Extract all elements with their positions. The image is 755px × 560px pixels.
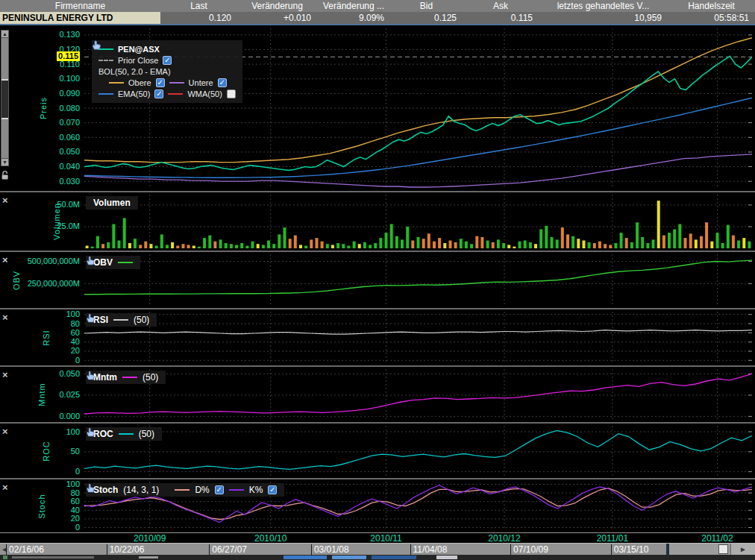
close-rsi-panel-icon[interactable] [2,313,11,322]
col-bid[interactable]: Bid [390,0,463,12]
roc-legend-title[interactable]: ROC [93,429,113,439]
bollinger-label[interactable]: BOL(50, 2.0 - EMA) [98,67,171,76]
prior-close-checkbox[interactable] [163,56,172,65]
col-firmenname[interactable]: Firmenname [0,0,160,12]
scrollbar-thumb-handle[interactable] [718,544,728,554]
col-veraenderung[interactable]: Veränderung [237,0,317,12]
prior-close-label[interactable]: Prior Close [118,56,158,65]
lower-band-checkbox[interactable] [218,78,227,87]
momentum-gutter: Mntm 0.0500.0250.000 [0,367,84,422]
y-tick-label: 0.050 [59,147,80,157]
hand-cursor-icon[interactable] [86,256,95,265]
wma-swatch [168,93,183,95]
close-volume-panel-icon[interactable] [2,196,11,205]
upper-band-checkbox[interactable] [156,78,165,87]
y-tick-label: 25.0M [57,221,80,231]
upper-band-label[interactable]: Obere [128,78,151,87]
scrollbar-date: 03/15/10 [611,544,649,555]
col-last[interactable]: Last [160,0,237,12]
y-tick-label: 0 [75,467,80,476]
scroll-down-icon[interactable] [1,158,8,166]
vertical-scrollbar[interactable] [1,30,9,166]
price-legend: PEN@ASX Prior Close BOL(50, 2.0 - EMA) [92,40,242,103]
momentum-legend-title[interactable]: Mntm [93,372,117,383]
col-veraenderung-pct[interactable]: Veränderung ... [317,0,390,12]
col-last-volume[interactable]: letztes gehandeltes V... [539,0,668,12]
scrollbar-date: 06/27/07 [209,544,247,555]
price-gutter: Preis 0.1300.1200.1100.1000.0900.0800.07… [0,25,84,191]
stoch-d-checkbox[interactable] [215,485,224,494]
hand-cursor-icon[interactable] [86,313,95,323]
stochastics-legend: Stoch (14, 3, 1) D% K% [86,483,284,497]
y-tick-label: 50.0M [57,200,80,210]
ema-swatch [98,93,113,95]
taskbar-pixel [436,556,457,559]
y-tick-label: 0 [75,356,80,365]
scrollbar-date: 02/16/06 [6,544,44,555]
change-value: +0.010 [237,12,317,24]
volume-legend-title[interactable]: Volumen [93,198,131,208]
taskbar-pixel [372,556,416,559]
roc-chart [84,426,752,476]
momentum-plot-area[interactable]: Mntm (50) [84,369,752,420]
close-momentum-panel-icon[interactable] [2,371,11,380]
stoch-k-checkbox[interactable] [268,485,277,494]
y-tick-label: 0.030 [59,177,80,186]
y-tick-label: 0.025 [59,390,80,400]
price-plot-area[interactable]: PEN@ASX Prior Close BOL(50, 2.0 - EMA) [84,28,752,188]
hand-cursor-icon[interactable] [86,483,95,493]
unlock-icon[interactable] [1,170,10,180]
taskbar-pixel [332,556,366,559]
scroll-thumb[interactable] [1,79,8,119]
volume-plot-area[interactable]: Volumen [84,195,752,248]
col-handelszeit[interactable]: Handelszeit [668,0,755,12]
history-scrollbar[interactable]: 02/16/0610/22/0606/27/0703/01/0811/04/08… [0,543,755,555]
x-axis-row-inner: 2010/092010/102010/112010/122011/012011/… [84,533,752,543]
y-tick-label: 0.090 [59,89,80,98]
scrollbar-date: 07/10/09 [510,544,548,555]
scrollbar-date: 03/01/08 [311,544,349,555]
hand-cursor-icon[interactable] [86,371,95,380]
rsi-plot-area[interactable]: RSI (50) [84,312,752,363]
taskbar-pixel [139,556,158,559]
stochastics-plot-area[interactable]: Stoch (14, 3, 1) D% K% [84,482,752,530]
close-stochastics-panel-icon[interactable] [2,483,11,492]
stoch-k-label[interactable]: K% [249,485,263,495]
scroll-up-icon[interactable] [1,31,8,38]
obv-swatch [118,262,133,263]
upper-band-swatch [109,82,124,84]
close-roc-panel-icon[interactable] [2,427,11,436]
roc-swatch [119,433,134,435]
lower-band-label[interactable]: Untere [189,78,213,87]
hand-cursor-icon[interactable] [86,427,95,437]
company-name[interactable]: PENINSULA ENERGY LTD [0,12,160,24]
ema-checkbox[interactable] [154,89,163,98]
stochastics-legend-title[interactable]: Stoch [93,485,118,495]
obv-plot-area[interactable]: OBV [84,254,752,306]
close-obv-panel-icon[interactable] [2,256,11,265]
prior-close-swatch [98,60,113,61]
symbol-label[interactable]: PEN@ASX [118,45,160,54]
wma-label[interactable]: WMA(50) [187,89,222,98]
scrollbar-date: 10/22/06 [107,544,145,555]
roc-plot-area[interactable]: ROC (50) [84,426,752,476]
hand-cursor-icon[interactable] [92,40,101,50]
rsi-param: (50) [134,315,149,325]
wma-checkbox[interactable] [227,89,236,98]
stoch-k-swatch [229,489,244,491]
volume-gutter: Volumen 50.0M25.0M [0,192,84,251]
stoch-d-label[interactable]: D% [195,485,209,495]
rsi-legend-title[interactable]: RSI [93,315,108,325]
y-tick-label: 0.070 [59,118,80,128]
ask-value: 0.115 [463,12,539,24]
momentum-panel: Mntm 0.0500.0250.000 Mntm (50) [0,365,755,422]
scroll-right-icon[interactable] [730,544,755,555]
ema-label[interactable]: EMA(50) [118,89,150,98]
momentum-param: (50) [142,372,158,383]
col-ask[interactable]: Ask [463,0,539,12]
stochastics-param: (14, 3, 1) [123,485,159,495]
obv-legend-title[interactable]: OBV [93,257,113,268]
rsi-chart [84,312,752,363]
y-tick-label: 0.060 [59,133,80,142]
y-tick-label: 500,000,000M [28,257,80,266]
